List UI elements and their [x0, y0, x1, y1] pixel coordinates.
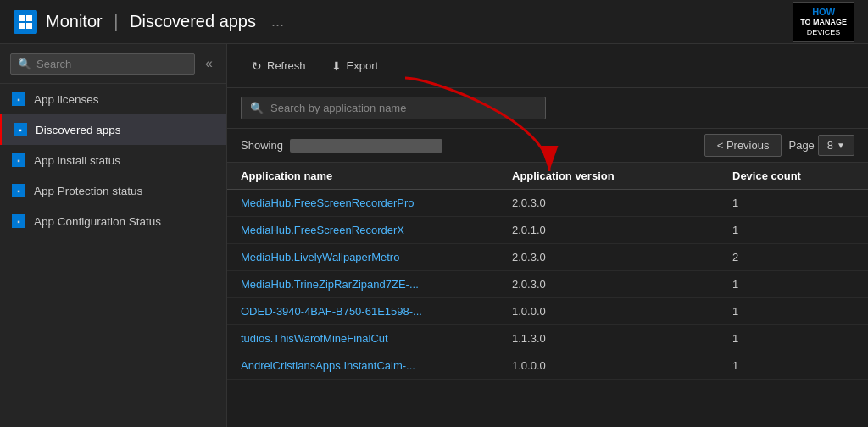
header-left: Monitor | Discovered apps ...	[14, 10, 284, 34]
app-name-cell[interactable]: MediaHub.TrineZipRarZipand7ZE-...	[241, 278, 512, 291]
app-version-cell: 2.0.1.0	[512, 224, 732, 236]
table-row: MediaHub.FreeScreenRecorderX2.0.1.01	[227, 217, 868, 244]
sidebar-search-bar: 🔍 «	[0, 44, 226, 84]
refresh-icon: ↻	[252, 59, 262, 73]
table-row: MediaHub.FreeScreenRecorderPro2.0.3.01	[227, 190, 868, 217]
sidebar-item-app-install-status[interactable]: ▪ App install status	[0, 145, 226, 175]
app-search-input[interactable]	[270, 102, 537, 114]
device-count-cell: 1	[732, 332, 854, 345]
brand-logo: HOW TO MANAGE DEVICES	[793, 2, 854, 42]
table-header: Application name Application version Dev…	[227, 163, 868, 190]
search-icon: 🔍	[18, 58, 31, 70]
device-count-cell: 1	[732, 359, 854, 372]
pagination-controls: < Previous Page 8 ▼	[704, 134, 854, 157]
chevron-down-icon: ▼	[837, 141, 845, 150]
app-name-cell[interactable]: ODED-3940-4BAF-B750-61E1598-...	[241, 305, 512, 318]
device-count-cell: 1	[732, 224, 854, 236]
table-row: MediaHub.TrineZipRarZipand7ZE-...2.0.3.0…	[227, 271, 868, 298]
device-count-cell: 1	[732, 278, 854, 291]
search-app-icon: 🔍	[250, 102, 264, 114]
app-name-cell[interactable]: AndreiCristiansApps.InstantCalm-...	[241, 359, 512, 372]
table-area: 🔍 Showing < Previous P	[227, 88, 868, 427]
sidebar: 🔍 « ▪ App licenses ▪ Discovered apps ▪ A…	[0, 44, 227, 427]
app-version-cell: 1.0.0.0	[512, 359, 732, 372]
previous-button[interactable]: < Previous	[704, 134, 782, 157]
sidebar-search-container[interactable]: 🔍	[10, 53, 195, 75]
sidebar-item-label: App licenses	[34, 93, 99, 106]
table-row: tudios.ThisWarofMineFinalCut1.1.3.01	[227, 325, 868, 352]
device-count-cell: 2	[732, 251, 854, 263]
app-protection-icon: ▪	[12, 184, 25, 197]
app-icon	[14, 10, 37, 34]
app-header: Monitor | Discovered apps ... HOW TO MAN…	[0, 0, 868, 44]
sidebar-item-label: App Configuration Status	[34, 215, 161, 228]
device-count-cell: 1	[732, 197, 854, 209]
showing-text: Showing	[241, 139, 442, 152]
collapse-button[interactable]: «	[202, 53, 216, 75]
sidebar-item-discovered-apps[interactable]: ▪ Discovered apps	[0, 114, 226, 145]
sidebar-item-label: App install status	[34, 154, 120, 167]
device-count-cell: 1	[732, 305, 854, 318]
app-name-cell[interactable]: MediaHub.FreeScreenRecorderX	[241, 224, 512, 236]
table-row: ODED-3940-4BAF-B750-61E1598-...1.0.0.01	[227, 298, 868, 325]
sidebar-item-app-licenses[interactable]: ▪ App licenses	[0, 84, 226, 114]
svg-rect-3	[26, 23, 32, 29]
table-row: MediaHub.LivelyWallpaperMetro2.0.3.02	[227, 244, 868, 271]
sidebar-item-label: App Protection status	[34, 185, 142, 197]
sidebar-item-label: Discovered apps	[36, 124, 121, 136]
device-count-header: Device count	[732, 169, 854, 182]
svg-rect-1	[26, 15, 32, 21]
page-control: Page 8 ▼	[788, 135, 854, 156]
app-configuration-icon: ▪	[12, 214, 25, 228]
app-version-cell: 1.1.3.0	[512, 332, 732, 345]
main-layout: 🔍 « ▪ App licenses ▪ Discovered apps ▪ A…	[0, 44, 868, 427]
header-more-button[interactable]: ...	[271, 13, 284, 30]
toolbar: ↻ Refresh ⬇ Export	[227, 44, 868, 88]
app-version-cell: 1.0.0.0	[512, 305, 732, 318]
app-version-header: Application version	[512, 169, 732, 182]
app-install-icon: ▪	[12, 153, 25, 167]
discovered-apps-icon: ▪	[14, 123, 27, 136]
app-name-header: Application name	[241, 169, 512, 182]
sidebar-item-app-configuration-status[interactable]: ▪ App Configuration Status	[0, 206, 226, 236]
app-search-container[interactable]: 🔍	[241, 97, 546, 119]
table-body: MediaHub.FreeScreenRecorderPro2.0.3.01Me…	[227, 190, 868, 427]
app-name-cell[interactable]: MediaHub.LivelyWallpaperMetro	[241, 251, 512, 263]
app-version-cell: 2.0.3.0	[512, 197, 732, 209]
export-icon: ⬇	[331, 59, 342, 73]
page-number-selector[interactable]: 8 ▼	[818, 135, 854, 156]
app-version-cell: 2.0.3.0	[512, 251, 732, 263]
svg-rect-0	[19, 15, 25, 21]
app-licenses-icon: ▪	[12, 92, 25, 106]
pagination-bar: Showing < Previous Page 8 ▼	[227, 129, 868, 163]
app-name-cell[interactable]: MediaHub.FreeScreenRecorderPro	[241, 197, 512, 209]
app-name-cell[interactable]: tudios.ThisWarofMineFinalCut	[241, 332, 512, 345]
sidebar-item-app-protection-status[interactable]: ▪ App Protection status	[0, 175, 226, 206]
showing-blur	[290, 139, 442, 152]
svg-rect-2	[19, 23, 25, 29]
table-row: AndreiCristiansApps.InstantCalm-...1.0.0…	[227, 352, 868, 380]
header-title: Monitor | Discovered apps	[46, 12, 256, 31]
content-wrapper: ↻ Refresh ⬇ Export 🔍	[227, 44, 868, 427]
app-version-cell: 2.0.3.0	[512, 278, 732, 291]
refresh-button[interactable]: ↻ Refresh	[241, 54, 317, 78]
sidebar-search-input[interactable]	[36, 58, 187, 70]
content-area: ↻ Refresh ⬇ Export 🔍	[227, 44, 868, 427]
app-search-bar: 🔍	[227, 88, 868, 129]
export-button[interactable]: ⬇ Export	[320, 54, 390, 78]
